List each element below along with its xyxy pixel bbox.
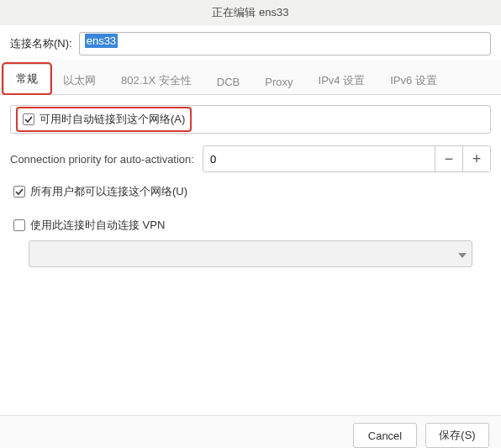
auto-connect-checkbox[interactable]: 可用时自动链接到这个网络(A) <box>23 112 185 127</box>
priority-row: Connection priority for auto-activation:… <box>10 145 491 172</box>
chevron-down-icon <box>458 248 467 261</box>
auto-connect-highlight: 可用时自动链接到这个网络(A) <box>18 108 190 130</box>
priority-label: Connection priority for auto-activation: <box>10 153 194 166</box>
priority-input[interactable] <box>203 147 435 171</box>
tab-8021x-security[interactable]: 802.1X 安全性 <box>108 66 204 95</box>
connection-name-input[interactable]: ens33 <box>79 32 491 55</box>
auto-vpn-label: 使用此连接时自动连接 VPN <box>30 218 165 233</box>
auto-connect-label: 可用时自动链接到这个网络(A) <box>40 112 185 127</box>
tab-ethernet[interactable]: 以太网 <box>50 66 108 95</box>
window-title: 正在编辑 ens33 <box>212 5 288 20</box>
checkmark-icon <box>23 113 34 125</box>
priority-increment-button[interactable]: + <box>462 146 490 171</box>
tab-proxy[interactable]: Proxy <box>252 68 305 95</box>
all-users-checkbox[interactable]: 所有用户都可以连接这个网络(U) <box>13 184 187 199</box>
auto-connect-row: 可用时自动链接到这个网络(A) <box>10 105 491 134</box>
dialog-actions: Cancel 保存(S) <box>0 415 501 448</box>
connection-name-row: 连接名称(N): ens33 <box>0 25 501 61</box>
priority-decrement-button[interactable]: − <box>435 146 462 171</box>
tab-ipv4-settings[interactable]: IPv4 设置 <box>306 66 378 95</box>
dialog-window: 正在编辑 ens33 连接名称(N): ens33 常规 以太网 802.1X … <box>0 0 501 448</box>
title-bar: 正在编辑 ens33 <box>0 0 501 25</box>
tab-general[interactable]: 常规 <box>3 64 50 93</box>
auto-vpn-row: 使用此连接时自动连接 VPN <box>10 218 491 234</box>
priority-spinbox: − + <box>203 145 491 172</box>
vpn-dropdown[interactable] <box>29 240 472 267</box>
connection-name-label: 连接名称(N): <box>10 36 72 51</box>
connection-name-value: ens33 <box>85 34 118 48</box>
tab-pane-general: 可用时自动链接到这个网络(A) Connection priority for … <box>0 95 501 415</box>
all-users-label: 所有用户都可以连接这个网络(U) <box>30 184 187 199</box>
checkbox-empty-icon <box>13 219 25 231</box>
all-users-row: 所有用户都可以连接这个网络(U) <box>10 184 491 199</box>
tab-ipv6-settings[interactable]: IPv6 设置 <box>377 66 450 95</box>
auto-vpn-checkbox[interactable]: 使用此连接时自动连接 VPN <box>13 218 165 233</box>
checkmark-icon <box>13 186 25 198</box>
cancel-button[interactable]: Cancel <box>353 423 417 448</box>
tab-dcb[interactable]: DCB <box>204 68 252 95</box>
tab-bar: 常规 以太网 802.1X 安全性 DCB Proxy IPv4 设置 IPv6… <box>0 61 501 95</box>
save-button[interactable]: 保存(S) <box>425 423 489 448</box>
